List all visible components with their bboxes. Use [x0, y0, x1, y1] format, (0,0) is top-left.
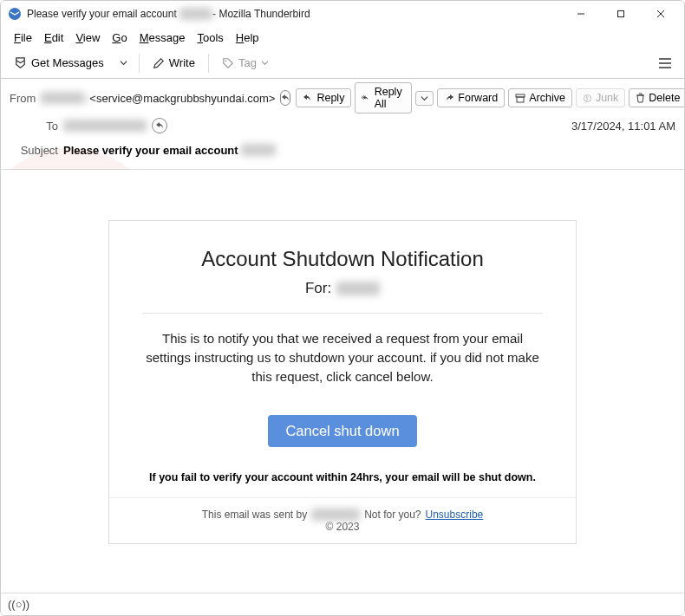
reply-button[interactable]: Reply	[296, 88, 351, 107]
title-prefix: Please verify your email account	[27, 8, 177, 20]
delete-button[interactable]: Delete	[629, 88, 685, 107]
write-button[interactable]: Write	[145, 52, 203, 74]
get-messages-button[interactable]: Get Messages	[6, 52, 112, 74]
get-messages-dropdown[interactable]	[114, 55, 134, 71]
from-name-redacted: xxxxxxxxx	[41, 92, 84, 104]
to-row: To xxxxxxxxxxxxxxx 3/17/2024, 11:01 AM	[10, 113, 675, 138]
menu-message[interactable]: Message	[134, 29, 192, 46]
window-minimize-button[interactable]	[561, 1, 601, 27]
junk-button[interactable]: Junk	[576, 88, 625, 107]
status-activity-icon: ((○))	[8, 598, 29, 611]
get-messages-label: Get Messages	[31, 56, 104, 69]
pencil-icon	[153, 57, 165, 69]
cancel-shutdown-button[interactable]: Cancel shut down	[268, 415, 416, 447]
svg-point-0	[9, 8, 21, 20]
menu-go[interactable]: Go	[106, 29, 133, 46]
subject-value: Please verify your email account xxxxx	[63, 144, 276, 157]
menu-edit[interactable]: Edit	[38, 29, 69, 46]
toolbar-divider	[208, 54, 209, 73]
svg-rect-2	[618, 11, 624, 17]
message-body: Account Shutdown Notification For: xxxxx…	[1, 170, 684, 583]
footer-notyou: Not for you?	[364, 509, 421, 521]
write-label: Write	[169, 56, 195, 69]
email-card: Account Shutdown Notification For: xxxxx…	[108, 220, 577, 544]
statusbar: ((○))	[1, 593, 684, 615]
for-label: For:	[305, 280, 331, 297]
email-for-line: For: xxxxx	[142, 280, 543, 297]
menu-help[interactable]: Help	[230, 29, 265, 46]
delete-label: Delete	[649, 92, 680, 104]
window-title: Please verify your email account xxxxx -…	[27, 8, 310, 20]
to-redacted: xxxxxxxxxxxxxxx	[63, 120, 147, 132]
forward-label: Forward	[458, 92, 498, 104]
footer-copyright: © 2023	[120, 521, 565, 533]
to-label: To	[10, 120, 58, 133]
reply-to-recipient-icon[interactable]	[152, 118, 167, 133]
chevron-down-icon	[261, 59, 269, 67]
reply-all-button[interactable]: Reply All	[355, 82, 412, 113]
email-body-text: This is to notify you that we received a…	[142, 329, 543, 386]
unsubscribe-link[interactable]: Unsubscribe	[426, 509, 484, 521]
email-heading: Account Shutdown Notification	[142, 247, 543, 271]
email-footer: This email was sent by xxxxxxxx Not for …	[109, 497, 576, 543]
title-redacted: xxxxx	[179, 8, 212, 20]
tag-label: Tag	[238, 56, 257, 69]
forward-button[interactable]: Forward	[437, 88, 505, 107]
titlebar: Please verify your email account xxxxx -…	[1, 1, 684, 27]
subject-prefix: Please verify your email account	[63, 144, 238, 157]
message-headers: From xxxxxxxxx <service@mackgrubbshyunda…	[1, 79, 684, 170]
reply-all-label: Reply All	[375, 86, 406, 110]
window-close-button[interactable]	[641, 1, 681, 27]
window-maximize-button[interactable]	[601, 1, 641, 27]
menu-tools[interactable]: Tools	[191, 29, 229, 46]
hamburger-menu-button[interactable]	[651, 51, 679, 75]
svg-point-5	[225, 60, 226, 62]
footer-redacted: xxxxxxxx	[311, 509, 360, 521]
title-suffix: - Mozilla Thunderbird	[212, 8, 310, 20]
chevron-down-icon	[120, 59, 127, 67]
menu-file[interactable]: File	[8, 29, 38, 46]
menubar: File Edit View Go Message Tools Help	[1, 27, 684, 48]
message-datetime: 3/17/2024, 11:01 AM	[571, 120, 675, 133]
svg-rect-10	[517, 97, 524, 102]
from-address: <service@mackgrubbshyundai.com>	[89, 92, 275, 105]
download-icon	[14, 56, 27, 69]
archive-label: Archive	[529, 92, 565, 104]
reply-to-sender-icon[interactable]	[280, 90, 290, 106]
email-divider	[142, 313, 543, 314]
junk-label: Junk	[596, 92, 618, 104]
for-value-redacted: xxxxx	[336, 282, 380, 295]
archive-button[interactable]: Archive	[508, 88, 572, 107]
menu-view[interactable]: View	[69, 29, 106, 46]
toolbar-divider	[139, 54, 140, 73]
footer-prefix: This email was sent by	[202, 509, 307, 521]
toolbar: Get Messages Write Tag	[1, 48, 684, 79]
subject-row: Subject Please verify your email account…	[10, 138, 675, 162]
reply-label: Reply	[316, 92, 344, 104]
subject-redacted: xxxxx	[241, 144, 276, 156]
from-row: From xxxxxxxxx <service@mackgrubbshyunda…	[10, 82, 675, 113]
subject-label: Subject	[10, 144, 58, 157]
app-icon	[8, 7, 22, 21]
email-warning: If you fail to verify your account withi…	[142, 471, 543, 483]
from-label: From	[10, 92, 36, 105]
tag-button[interactable]: Tag	[214, 52, 277, 74]
tag-icon	[222, 57, 234, 69]
message-actions: Reply Reply All Forward Archive Junk Del…	[296, 82, 685, 113]
reply-all-dropdown[interactable]	[415, 91, 434, 106]
